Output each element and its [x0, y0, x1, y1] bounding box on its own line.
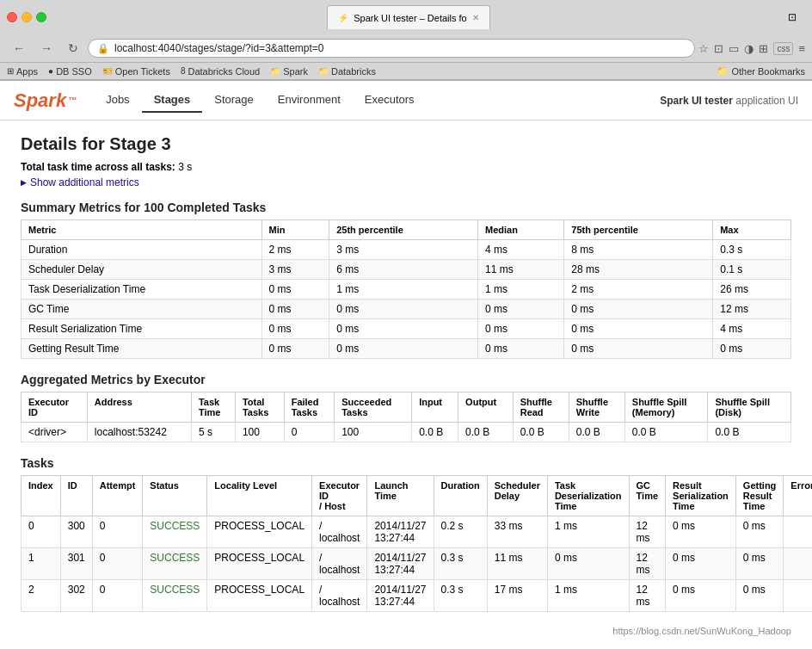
table-cell: 0 ms	[564, 300, 713, 319]
address-bar[interactable]: 🔒 localhost:4040/stages/stage/?id=3&atte…	[88, 39, 695, 58]
table-cell: 6 ms	[329, 260, 478, 280]
maximize-button[interactable]	[36, 12, 46, 22]
tasks-table: Index ID Attempt Status Locality Level E…	[21, 475, 812, 612]
screen-icon[interactable]: ▭	[729, 42, 739, 55]
bookmark-db-sso[interactable]: ● DB SSO	[48, 66, 92, 77]
app-name: Spark UI tester	[660, 95, 733, 107]
bookmark-icon[interactable]: ⊡	[714, 42, 723, 55]
table-cell: GC Time	[22, 300, 262, 319]
table-cell: 0.3 s	[434, 548, 487, 580]
show-metrics-toggle[interactable]: Show additional metrics	[21, 176, 791, 189]
tab-stages[interactable]: Stages	[142, 88, 203, 113]
bookmark-databricks[interactable]: 📁 Databricks	[318, 66, 376, 77]
table-cell: 0	[284, 423, 334, 442]
summary-metrics-header-row: Metric Min 25th percentile Median 75th p…	[22, 220, 791, 240]
menu-icon[interactable]: ≡	[798, 42, 805, 55]
aggregated-metrics-title: Aggregated Metrics by Executor	[21, 373, 791, 386]
app-suffix: application UI	[735, 95, 798, 107]
table-cell: 26 ms	[713, 280, 791, 300]
table-cell: 0 ms	[564, 319, 713, 339]
spark-folder-icon: 📁	[270, 66, 280, 76]
bookmark-databricks-cloud[interactable]: 8 Databricks Cloud	[181, 66, 260, 77]
table-cell: Scheduler Delay	[22, 260, 262, 280]
tasks-title: Tasks	[21, 456, 791, 470]
table-cell: /localhost	[312, 580, 367, 612]
new-tab-area	[490, 5, 508, 29]
minimize-button[interactable]	[22, 12, 32, 22]
close-button[interactable]	[7, 12, 17, 22]
aggregated-metrics-header-row: ExecutorID Address TaskTime TotalTasks F…	[22, 392, 791, 423]
col-address: Address	[87, 392, 191, 423]
col-locality-level: Locality Level	[207, 476, 312, 516]
bookmark-spark[interactable]: 📁 Spark	[270, 66, 308, 77]
table-cell: 8 ms	[564, 240, 713, 260]
bookmark-open-tickets[interactable]: 🎫 Open Tickets	[102, 66, 170, 77]
bookmark-spark-label: Spark	[283, 66, 308, 77]
aggregated-metrics-body: <driver>localhost:532425 s10001000.0 B0.…	[22, 423, 791, 442]
bookmark-apps[interactable]: ⊞ Apps	[7, 66, 38, 77]
col-scheduler-delay: SchedulerDelay	[487, 476, 547, 516]
table-cell: 0	[92, 548, 143, 580]
table-cell: 0 ms	[547, 548, 629, 580]
table-cell: 1 ms	[329, 280, 478, 300]
table-cell: 0 ms	[329, 339, 478, 359]
total-task-time: Total task time across all tasks: 3 s	[21, 161, 791, 173]
table-cell: PROCESS_LOCAL	[207, 580, 312, 612]
col-75th: 75th percentile	[564, 220, 713, 240]
extensions-icon[interactable]: ⊞	[759, 42, 768, 55]
forward-button[interactable]: →	[34, 38, 58, 59]
tab-close-button[interactable]: ✕	[472, 13, 479, 22]
table-cell: 2 ms	[564, 280, 713, 300]
databricks-cloud-icon: 8	[181, 66, 186, 76]
table-cell: /localhost	[312, 548, 367, 580]
table-cell: 0 ms	[735, 548, 784, 580]
table-cell: 0 ms	[478, 319, 564, 339]
browser-tab[interactable]: ⚡ Spark UI tester – Details fo ✕	[327, 5, 489, 29]
table-cell: SUCCESS	[143, 580, 207, 612]
table-cell: 0 ms	[329, 319, 478, 339]
table-row: Scheduler Delay3 ms6 ms11 ms28 ms0.1 s	[22, 260, 791, 280]
col-total-tasks: TotalTasks	[235, 392, 284, 423]
table-cell: 300	[60, 516, 92, 548]
other-bookmarks-label: Other Bookmarks	[731, 66, 805, 77]
col-executor-id: ExecutorID	[22, 392, 88, 423]
table-cell: 3 ms	[261, 260, 329, 280]
tab-environment[interactable]: Environment	[266, 88, 353, 113]
summary-metrics-body: Duration2 ms3 ms4 ms8 ms0.3 sScheduler D…	[22, 240, 791, 359]
table-cell: 33 ms	[487, 516, 547, 548]
summary-metrics-title: Summary Metrics for 100 Completed Tasks	[21, 201, 791, 214]
tab-title: Spark UI tester – Details fo	[354, 13, 466, 23]
col-task-time: TaskTime	[191, 392, 235, 423]
tab-executors[interactable]: Executors	[353, 88, 427, 113]
table-cell: 301	[60, 548, 92, 580]
table-cell: 2	[22, 580, 61, 612]
col-output: Output	[458, 392, 514, 423]
table-cell: 3 ms	[329, 240, 478, 260]
table-cell	[784, 580, 812, 612]
back-button[interactable]: ←	[7, 38, 31, 59]
open-tickets-icon: 🎫	[102, 66, 113, 76]
table-cell: 12 ms	[713, 300, 791, 319]
table-cell: 2 ms	[261, 240, 329, 260]
table-cell: 28 ms	[564, 260, 713, 280]
reload-button[interactable]: ↻	[62, 38, 84, 59]
tab-storage[interactable]: Storage	[202, 88, 266, 113]
title-bar: ⚡ Spark UI tester – Details fo ✕ ⊡	[0, 0, 812, 34]
spark-logo-text: Spark	[14, 90, 66, 112]
table-cell: /localhost	[312, 516, 367, 548]
table-cell: localhost:53242	[87, 423, 191, 442]
table-cell: 0.0 B	[412, 423, 458, 442]
col-attempt: Attempt	[92, 476, 143, 516]
table-cell: 0 ms	[261, 280, 329, 300]
col-task-deserialization: TaskDeserializationTime	[547, 476, 629, 516]
tab-jobs[interactable]: Jobs	[94, 88, 141, 113]
theme-icon[interactable]: ◑	[744, 42, 754, 55]
table-cell: 0 ms	[261, 319, 329, 339]
table-cell: 100	[235, 423, 284, 442]
other-bookmarks[interactable]: 📁 Other Bookmarks	[717, 65, 805, 77]
table-cell: 0	[92, 516, 143, 548]
table-cell: 0 ms	[735, 580, 784, 612]
star-icon[interactable]: ☆	[698, 42, 709, 55]
table-row: <driver>localhost:532425 s10001000.0 B0.…	[22, 423, 791, 442]
table-cell: 12 ms	[629, 548, 665, 580]
